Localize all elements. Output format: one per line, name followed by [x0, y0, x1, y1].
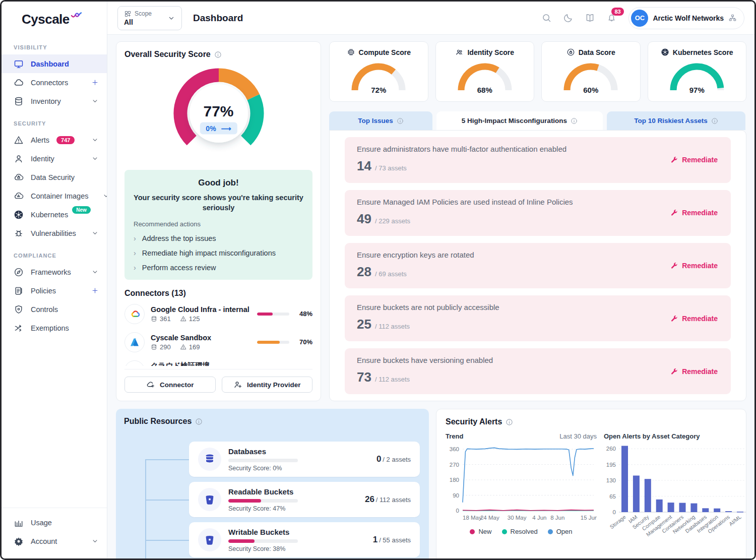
notifications-bell-icon[interactable]: 83 [606, 13, 617, 23]
connector-item[interactable]: Cyscale Sandbox29016970% [124, 328, 312, 356]
trend-label: Trend [446, 432, 463, 440]
sidebar-item-kubernetes[interactable]: KubernetesNew [2, 205, 107, 224]
resource-asset-count: 1/ 55 assets [373, 535, 411, 545]
remediate-button[interactable]: Remediate [670, 315, 718, 323]
sidebar-nav: VISIBILITYDashboardConnectorsInventorySE… [2, 34, 107, 508]
add-identity-provider-button[interactable]: Identity Provider [222, 377, 313, 393]
affected-count: 73 [357, 369, 371, 385]
legend-item-open: Open [548, 528, 573, 535]
info-icon[interactable] [195, 418, 203, 425]
remediate-button[interactable]: Remediate [670, 367, 718, 376]
remediate-button[interactable]: Remediate [670, 262, 718, 270]
bar-chart-title: Open Alerts by Asset Category [604, 432, 700, 440]
asset-total: / 112 assets [375, 376, 410, 383]
public-resource-databases[interactable]: DatabasesSecurity Score: 0%0/ 2 assets [189, 442, 420, 477]
misconfiguration-item: Ensure administrators have multi-factor … [345, 137, 731, 183]
dark-mode-moon-icon[interactable] [563, 13, 574, 23]
sidebar-item-account[interactable]: Account [2, 532, 107, 550]
legend-dot [502, 529, 507, 534]
resource-icon-circle [198, 528, 221, 551]
misconfiguration-title: Ensure buckets are not publicly accessib… [357, 303, 719, 312]
sidebar-item-alerts[interactable]: Alerts747 [2, 131, 107, 149]
info-icon[interactable] [506, 418, 513, 426]
recommended-action-address-the-top-issues[interactable]: ›Address the top issues [134, 234, 303, 242]
remediate-label: Remediate [682, 315, 718, 323]
connector-score-bar [257, 313, 289, 316]
connector-score-value: 70% [295, 338, 312, 346]
svg-text:18 May: 18 May [463, 515, 482, 521]
sidebar-item-label: Inventory [31, 97, 61, 105]
tree-line [145, 459, 146, 560]
info-icon[interactable] [214, 51, 222, 58]
resource-name: Readable Buckets [228, 487, 358, 496]
sidebar-item-label: Frameworks [31, 268, 71, 276]
recommended-action-perform-access-review[interactable]: ›Perform access review [134, 264, 303, 272]
plus-icon[interactable] [91, 79, 99, 86]
svg-text:65: 65 [609, 493, 616, 500]
public-resources-card: Public Resources DatabasesSecurity Score… [116, 409, 429, 560]
sidebar-item-dashboard[interactable]: Dashboard [2, 54, 107, 73]
info-icon [711, 117, 718, 125]
wrench-icon [670, 262, 678, 270]
docs-book-icon[interactable] [585, 13, 595, 23]
recommended-action-label: Address the top issues [142, 234, 216, 242]
moon-icon [563, 13, 574, 23]
chevron-down-icon [91, 229, 99, 237]
chevron-right-icon: › [134, 264, 136, 272]
recommendation-title: Good job! [134, 178, 303, 188]
nav-section-label: VISIBILITY [14, 44, 107, 50]
sidebar-item-connectors[interactable]: Connectors [2, 73, 107, 92]
chevron-down-icon [102, 192, 107, 200]
tree-line [145, 540, 189, 541]
tab-top-10-riskiest-assets[interactable]: Top 10 Riskiest Assets [607, 111, 745, 130]
remediate-button[interactable]: Remediate [670, 156, 718, 164]
book-icon [585, 13, 595, 23]
org-sitemap-icon [728, 14, 737, 22]
connector-item[interactable]: クラウド検証環境1159772% [124, 356, 312, 366]
sidebar-item-exemptions[interactable]: Exemptions [2, 319, 107, 337]
connector-alert-count: 125 [189, 315, 200, 323]
brand-mark-icon [70, 11, 82, 20]
public-resources-title: Public Resources [124, 417, 192, 426]
search-icon[interactable] [541, 13, 552, 23]
security-score-donut: 77% 0%⟶ [171, 65, 267, 164]
sidebar-item-identity[interactable]: Identity [2, 149, 107, 168]
sidebar-item-inventory[interactable]: Inventory [2, 92, 107, 110]
tab-5-high-impact-misconfigurations[interactable]: 5 High-Impact Misconfigurations [436, 111, 603, 130]
brand-logo[interactable]: Cyscale [2, 2, 107, 34]
scope-label: Scope [135, 10, 152, 17]
sidebar-item-usage[interactable]: Usage [2, 513, 107, 532]
info-icon [571, 117, 578, 125]
plus-icon[interactable] [91, 287, 99, 294]
score-card-header: Compute Score [330, 48, 428, 56]
add-connector-button[interactable]: Connector [124, 377, 216, 393]
resource-asset-count: 0/ 2 assets [376, 454, 411, 464]
sidebar-item-frameworks[interactable]: Frameworks [2, 263, 107, 281]
tab-top-issues[interactable]: Top Issues [329, 111, 432, 130]
public-resource-readable-buckets[interactable]: Readable BucketsSecurity Score: 47%26/ 1… [189, 482, 420, 517]
org-switcher[interactable]: OC Arctic Wolf Networks [628, 7, 744, 29]
sidebar-item-controls[interactable]: Controls [2, 300, 107, 319]
sidebar-item-data-security[interactable]: Data Security [2, 168, 107, 186]
bar-chart-panel: Open Alerts by Asset Category 0651301952… [604, 432, 747, 547]
alerts-count-badge: 747 [56, 136, 75, 144]
recommended-action-remediate-high-impact-misconfigurations[interactable]: ›Remediate high impact misconfigurations [134, 249, 303, 257]
misconfiguration-title: Ensure encryption keys are rotated [357, 251, 719, 259]
svg-text:24 May: 24 May [480, 515, 499, 521]
bug-icon [14, 228, 24, 238]
sidebar-item-policies[interactable]: Policies [2, 281, 107, 300]
remediate-button[interactable]: Remediate [670, 209, 718, 217]
score-card-value: 60% [542, 86, 640, 94]
recommendations-panel: Good job! Your security score shows you'… [124, 170, 312, 280]
compass-icon [14, 267, 24, 277]
connector-item[interactable]: Google Cloud Infra - internal use3611254… [124, 300, 312, 328]
resource-score-label: Security Score: 0% [228, 465, 369, 472]
scope-select[interactable]: Scope All [117, 6, 182, 30]
svg-text:Storage: Storage [608, 514, 626, 530]
public-resource-writable-buckets[interactable]: Writable BucketsSecurity Score: 38%1/ 55… [189, 522, 420, 557]
sidebar-item-vulnerabilities[interactable]: Vulnerabilities [2, 224, 107, 242]
sidebar-item-label: Data Security [31, 173, 75, 181]
chevron-down-icon [91, 155, 99, 162]
kubernetes-icon [661, 48, 669, 56]
sidebar-item-container-images[interactable]: Container Images [2, 186, 107, 205]
